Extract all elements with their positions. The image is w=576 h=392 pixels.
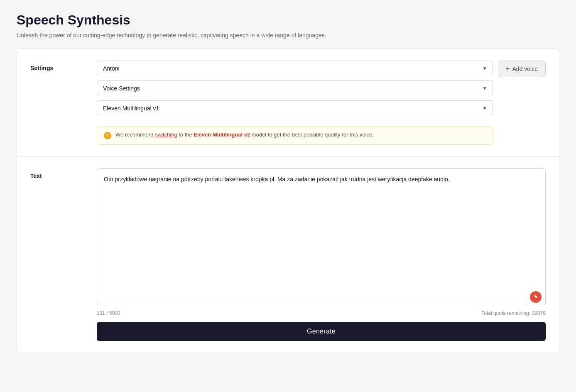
voice-select-wrapper: Antoni Rachel Clyde Domi Dave ▼ bbox=[97, 61, 493, 76]
text-section-label: Text bbox=[30, 168, 97, 341]
recommendation-text: We recommend switching to the Eleven Mul… bbox=[115, 131, 374, 138]
voice-settings-select[interactable]: Voice Settings Stability Clarity bbox=[97, 80, 493, 96]
edit-badge[interactable]: ✎ bbox=[530, 291, 542, 303]
page-title: Speech Synthesis bbox=[17, 12, 559, 28]
text-input[interactable]: Oto przykładowe nagranie na potrzeby por… bbox=[97, 168, 546, 305]
dropdowns-column: Antoni Rachel Clyde Domi Dave ▼ Voice Se… bbox=[97, 61, 493, 145]
settings-content: Antoni Rachel Clyde Domi Dave ▼ Voice Se… bbox=[97, 61, 546, 145]
settings-section: Settings Antoni Rachel Clyde Domi Dave ▼ bbox=[17, 49, 559, 157]
settings-row: Antoni Rachel Clyde Domi Dave ▼ Voice Se… bbox=[97, 61, 546, 145]
main-card: Settings Antoni Rachel Clyde Domi Dave ▼ bbox=[17, 49, 559, 353]
text-section-content: Oto przykładowe nagranie na potrzeby por… bbox=[97, 168, 546, 341]
page-subtitle: Unleash the power of our cutting-edge te… bbox=[17, 32, 559, 39]
recommendation-banner: ! We recommend switching to the Eleven M… bbox=[97, 126, 493, 145]
quota-remaining: Total quota remaining: 39079 bbox=[481, 310, 546, 316]
voice-select[interactable]: Antoni Rachel Clyde Domi Dave bbox=[97, 61, 493, 76]
model-select-wrapper: Eleven Multilingual v1 Eleven Multilingu… bbox=[97, 100, 493, 116]
switching-link[interactable]: switching bbox=[155, 131, 177, 138]
settings-label: Settings bbox=[30, 61, 97, 145]
generate-button[interactable]: Generate bbox=[97, 322, 546, 341]
voice-settings-select-wrapper: Voice Settings Stability Clarity ▼ bbox=[97, 80, 493, 96]
text-meta: 131 / 5000 Total quota remaining: 39079 bbox=[97, 310, 546, 316]
add-voice-label: Add voice bbox=[512, 66, 538, 72]
model-select[interactable]: Eleven Multilingual v1 Eleven Multilingu… bbox=[97, 100, 493, 116]
add-voice-button[interactable]: + Add voice bbox=[498, 61, 546, 77]
warning-icon: ! bbox=[104, 132, 111, 139]
plus-icon: + bbox=[506, 65, 510, 73]
char-count: 131 / 5000 bbox=[97, 310, 120, 316]
text-area-wrapper: Oto przykładowe nagranie na potrzeby por… bbox=[97, 168, 546, 307]
text-section: Text Oto przykładowe nagranie na potrzeb… bbox=[17, 157, 559, 353]
edit-badge-icon: ✎ bbox=[534, 295, 538, 300]
